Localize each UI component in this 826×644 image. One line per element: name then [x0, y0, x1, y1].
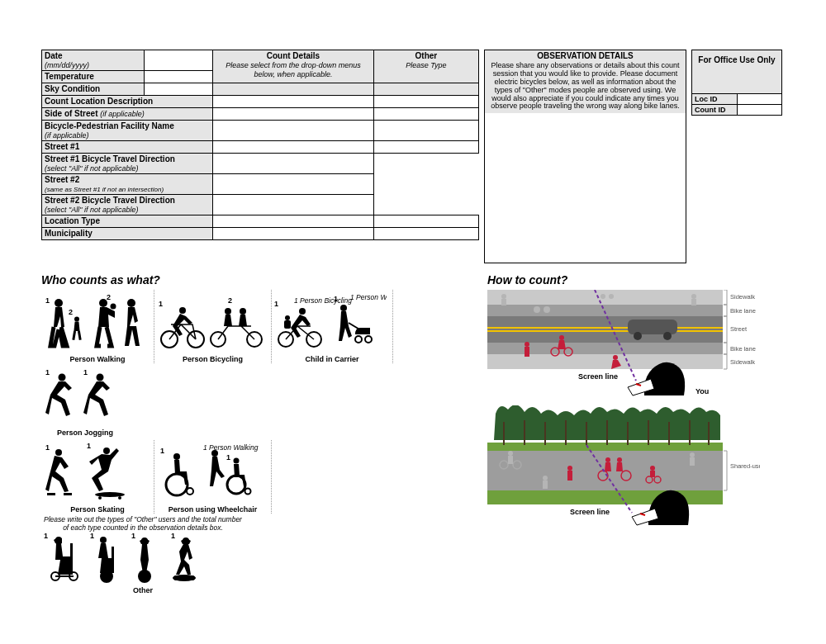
who-counts-title: Who counts as what? — [41, 273, 471, 286]
street1-dir-dropdown[interactable] — [213, 154, 374, 174]
svg-rect-70 — [487, 327, 723, 329]
svg-point-15 — [240, 308, 246, 315]
svg-point-39 — [98, 496, 102, 500]
loc-desc-dropdown[interactable] — [213, 96, 374, 108]
svg-text:1: 1 — [160, 447, 164, 455]
svg-rect-35 — [64, 493, 72, 495]
side-street-dropdown[interactable] — [213, 108, 374, 121]
svg-point-78 — [601, 294, 605, 299]
svg-text:Bike lane: Bike lane — [730, 345, 756, 353]
person-jogging-icon: 1 1 — [44, 365, 123, 427]
svg-text:You: You — [695, 387, 709, 395]
svg-rect-68 — [487, 305, 723, 316]
municipality-other[interactable] — [373, 228, 478, 240]
svg-rect-80 — [628, 320, 677, 334]
street1-dir-hint: (select "All" if not applicable) — [45, 164, 138, 173]
svg-point-85 — [525, 342, 529, 347]
loc-desc-other[interactable] — [373, 96, 478, 108]
person-bicycling-icon: 1 2 — [157, 291, 264, 353]
other-col-label: Other — [415, 51, 438, 60]
street2-dropdown[interactable] — [213, 174, 374, 195]
street1-dropdown[interactable] — [213, 141, 374, 154]
svg-point-19 — [299, 308, 306, 315]
loc-type-dropdown[interactable] — [213, 215, 374, 228]
loc-id-input[interactable] — [737, 94, 782, 105]
svg-point-57 — [100, 570, 113, 583]
svg-point-125 — [605, 457, 610, 462]
svg-point-121 — [567, 466, 572, 471]
side-street-other[interactable] — [373, 108, 478, 121]
street2-hint: (same as Street #1 if not an intersectio… — [45, 186, 164, 193]
loc-type-label: Location Type — [45, 216, 100, 225]
count-id-input[interactable] — [737, 105, 782, 116]
svg-text:1: 1 — [45, 443, 50, 452]
svg-text:1 Person Walking: 1 Person Walking — [203, 443, 259, 452]
svg-text:1: 1 — [83, 368, 88, 376]
svg-rect-34 — [47, 493, 55, 495]
svg-point-127 — [650, 466, 655, 471]
svg-rect-122 — [567, 471, 572, 481]
date-input[interactable] — [145, 50, 213, 71]
municipality-dropdown[interactable] — [213, 228, 374, 240]
svg-point-90 — [613, 355, 618, 360]
svg-point-20 — [285, 315, 290, 320]
svg-point-117 — [543, 476, 548, 481]
other-modes-icon: 1 1 1 1 — [44, 533, 239, 585]
svg-text:1: 1 — [87, 442, 91, 450]
svg-rect-69 — [487, 316, 723, 343]
street2-dir-label: Street #2 Bicycle Travel Direction — [45, 196, 175, 205]
observation-textarea[interactable] — [485, 113, 686, 263]
svg-rect-72 — [487, 343, 723, 354]
svg-point-79 — [609, 294, 614, 299]
loc-type-other[interactable] — [373, 215, 478, 228]
svg-point-29 — [59, 374, 66, 381]
other-col-hint: Please Type — [406, 61, 446, 69]
svg-point-31 — [97, 374, 104, 381]
facility-other[interactable] — [373, 121, 478, 141]
svg-point-5 — [111, 304, 116, 310]
svg-rect-120 — [690, 457, 695, 466]
observation-title: OBSERVATION DETAILS — [485, 50, 686, 61]
sky-input[interactable] — [145, 83, 213, 96]
svg-text:2: 2 — [107, 293, 111, 301]
svg-text:1: 1 — [159, 300, 163, 308]
svg-text:1: 1 — [274, 300, 278, 308]
count-details-label: Count Details — [267, 51, 320, 60]
svg-point-42 — [173, 453, 180, 460]
svg-text:Sidewalk: Sidewalk — [730, 358, 755, 366]
street2-dir-dropdown[interactable] — [213, 195, 374, 215]
svg-point-25 — [355, 336, 362, 343]
svg-point-26 — [365, 336, 372, 343]
facility-dropdown[interactable] — [213, 121, 374, 141]
date-hint: (mm/dd/yyyy) — [45, 61, 89, 69]
svg-text:Sidewalk: Sidewalk — [730, 293, 755, 301]
svg-point-50 — [245, 489, 251, 495]
svg-text:1: 1 — [171, 533, 175, 540]
svg-text:Bike lane: Bike lane — [730, 307, 756, 315]
svg-rect-73 — [487, 354, 723, 369]
svg-rect-86 — [525, 347, 529, 357]
temperature-input[interactable] — [145, 71, 213, 83]
svg-point-119 — [690, 452, 695, 457]
facility-label: Bicycle-Pedestrian Facility Name — [45, 121, 174, 130]
svg-point-14 — [225, 308, 231, 315]
skating-label: Person Skating — [44, 505, 151, 514]
observation-instructions: Please share any observations or details… — [485, 61, 686, 113]
svg-text:Screen line: Screen line — [570, 508, 610, 516]
wheelchair-icon: 1 1 Person Walking 1 — [157, 442, 264, 504]
child-carrier-icon: 1 1 Person Bicycling 1 1 Person Walking — [274, 291, 387, 353]
other-label: Other — [44, 586, 242, 594]
office-use-title: For Office Use Only — [698, 55, 775, 64]
svg-point-49 — [227, 476, 245, 494]
svg-text:1: 1 — [45, 296, 50, 305]
svg-point-2 — [74, 317, 79, 322]
sky-label: Sky Condition — [45, 84, 100, 93]
svg-text:1: 1 — [45, 368, 50, 376]
svg-point-44 — [187, 488, 193, 495]
svg-rect-84 — [691, 299, 696, 305]
svg-text:1: 1 — [44, 533, 48, 540]
svg-point-48 — [234, 458, 240, 464]
svg-point-82 — [663, 332, 672, 340]
svg-point-77 — [544, 306, 550, 313]
street1-other[interactable] — [373, 141, 478, 154]
